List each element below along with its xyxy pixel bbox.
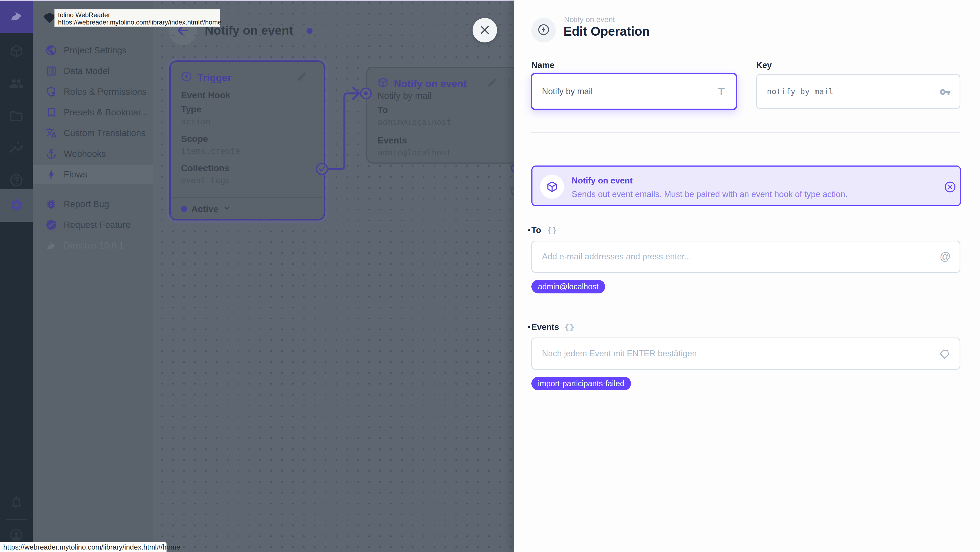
flow-status-dot: [307, 28, 312, 34]
nav-item-version: Directus 10.6.1: [33, 236, 153, 255]
trigger-type-value: action: [181, 117, 210, 126]
directus-logo[interactable]: [0, 0, 33, 33]
event-chip[interactable]: import-participants-failed: [531, 377, 631, 390]
module-settings-button[interactable]: [0, 189, 33, 222]
operation-panel-title: Notify on event: [377, 76, 466, 91]
settings-nav: Project Settings Data Model Roles & Perm…: [33, 0, 153, 552]
nav-item-webhooks[interactable]: Webhooks: [33, 144, 153, 164]
operation-events-value: admin@localhost: [377, 148, 451, 157]
trigger-scope-label: Scope: [181, 134, 208, 144]
close-drawer-button[interactable]: [473, 18, 497, 43]
status-url: https://webreader.mytolino.com/library/i…: [3, 543, 180, 552]
operation-badge: [531, 18, 556, 43]
flow-status-toggle[interactable]: Active: [181, 204, 231, 214]
trigger-panel-title: Trigger: [180, 70, 231, 85]
close-icon: [479, 24, 491, 37]
shield-person-icon: [45, 86, 57, 98]
bug-icon: [45, 198, 57, 210]
nav-item-presets-bookmarks[interactable]: Presets & Bookmar...: [33, 103, 153, 122]
kebab-menu-icon[interactable]: [504, 77, 514, 88]
link-tooltip: tolino WebReader https://webreader.mytol…: [54, 9, 220, 27]
operation-panel[interactable]: Notify on event Notify by mail To admin@…: [366, 67, 514, 164]
trigger-collections-value: event_logs: [181, 175, 230, 185]
bolt-icon: [45, 169, 57, 180]
edit-trigger-icon[interactable]: [296, 71, 307, 82]
key-field-label: Key: [756, 60, 772, 70]
at-icon: @: [939, 250, 951, 262]
required-dot: [528, 326, 530, 328]
tooltip-url: https://webreader.mytolino.com/library/i…: [58, 19, 216, 26]
to-input[interactable]: [531, 240, 960, 273]
module-content-button[interactable]: [0, 35, 33, 68]
nav-label: Data Model: [64, 66, 110, 76]
insights-icon: [9, 140, 24, 156]
operation-to-value: admin@localhost: [377, 117, 451, 127]
nav-item-data-model[interactable]: Data Model: [33, 61, 153, 81]
trigger-type-label: Type: [181, 104, 202, 115]
operation-to-label: To: [377, 105, 388, 115]
raw-value-icon: {}: [565, 323, 575, 332]
verified-icon: [45, 219, 57, 231]
bell-icon: [9, 495, 24, 511]
box-icon: [540, 175, 564, 199]
nav-label: Request Feature: [64, 220, 130, 230]
title-field-icon: T: [715, 86, 727, 97]
trigger-panel[interactable]: Trigger Event Hook Type action Scope ite…: [169, 60, 325, 221]
nav-item-request-feature[interactable]: Request Feature: [33, 215, 153, 235]
tooltip-title: tolino WebReader: [58, 11, 216, 19]
module-bar: [0, 0, 33, 552]
operation-name: Notify by mail: [377, 91, 431, 101]
deselect-operation-icon[interactable]: [943, 180, 956, 194]
help-icon: [9, 173, 24, 189]
chevron-down-icon: [223, 204, 231, 214]
anchor-icon: [45, 148, 57, 160]
bookmark-icon: [45, 107, 57, 118]
nav-label: Webhooks: [64, 149, 106, 159]
key-input[interactable]: [756, 74, 960, 109]
nav-item-project-settings[interactable]: Project Settings: [33, 41, 153, 60]
translate-icon: [45, 127, 57, 139]
tag-icon: [939, 347, 951, 359]
nav-label: Flows: [64, 169, 87, 180]
name-input[interactable]: [531, 73, 737, 110]
nav-label: Custom Translations: [64, 128, 146, 138]
people-icon: [9, 76, 24, 92]
nav-label: Project Settings: [64, 45, 127, 56]
nav-item-flows[interactable]: Flows: [33, 165, 153, 184]
nav-item-custom-translations[interactable]: Custom Translations: [33, 123, 153, 143]
nav-label: Report Bug: [64, 199, 109, 209]
bolt-circle-icon: [537, 23, 550, 37]
gear-icon: [9, 197, 24, 213]
nav-label: Roles & Permissions: [64, 87, 146, 97]
active-status-dot: [181, 206, 187, 212]
module-files-button[interactable]: [0, 100, 33, 133]
info-panel-title: Notify on event: [572, 176, 633, 186]
module-users-button[interactable]: [0, 68, 33, 100]
app-window: Project Settings Data Model Roles & Perm…: [0, 0, 980, 552]
email-chip[interactable]: admin@localhost: [531, 280, 605, 293]
module-insights-button[interactable]: [0, 132, 33, 165]
edit-operation-drawer: Notify on event Edit Operation Name T Ke…: [514, 0, 980, 552]
info-panel-description: Sends out event emails. Must be paired w…: [572, 189, 848, 199]
version-label: Directus 10.6.1: [64, 240, 124, 251]
rabbit-logo-icon: [9, 8, 24, 24]
raw-value-icon: {}: [547, 226, 557, 235]
key-icon: [939, 86, 951, 98]
flow-canvas[interactable]: Notify on event Trigger Event Hook Type …: [153, 0, 514, 552]
nav-item-roles-permissions[interactable]: Roles & Permissions: [33, 82, 153, 102]
trigger-collections-label: Collections: [181, 163, 229, 173]
name-field-label: Name: [531, 60, 554, 70]
browser-status-bar: https://webreader.mytolino.com/library/i…: [0, 542, 167, 552]
box-icon: [9, 44, 24, 60]
drawer-header: Notify on event Edit Operation: [514, 0, 980, 52]
operation-events-label: Events: [377, 135, 407, 146]
edit-operation-icon[interactable]: [487, 77, 498, 88]
box-icon: [377, 76, 389, 91]
events-input[interactable]: [531, 337, 960, 370]
events-field-label: Events: [531, 322, 559, 332]
nav-item-report-bug[interactable]: Report Bug: [33, 194, 153, 214]
folder-icon: [9, 109, 24, 125]
trigger-panel-divider: [171, 197, 323, 198]
trigger-scope-value: items.create: [181, 146, 240, 156]
notifications-button[interactable]: [0, 487, 33, 519]
